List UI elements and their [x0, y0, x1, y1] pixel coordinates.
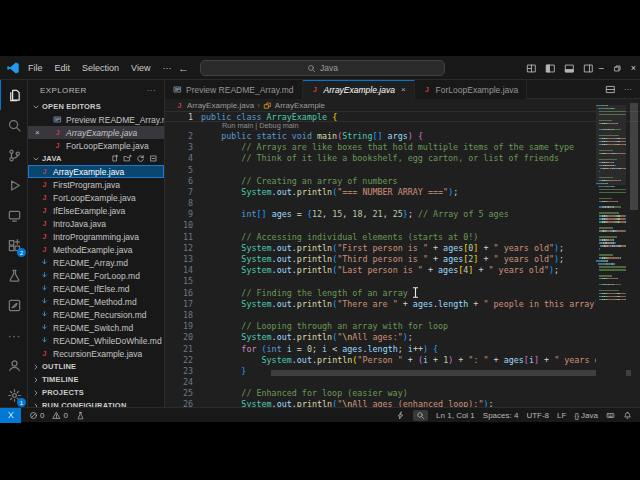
file-item[interactable]: README_Method.md: [28, 295, 164, 308]
menu-file[interactable]: File: [22, 60, 49, 76]
close-icon[interactable]: ×: [631, 63, 636, 73]
explorer-more-icon[interactable]: ···: [147, 86, 156, 95]
open-editors-header[interactable]: OPEN EDITORS: [28, 100, 164, 113]
line-text: // Looping through an array with for loo…: [201, 321, 448, 332]
file-item[interactable]: JRecursionExample.java: [28, 347, 164, 360]
explorer-header: EXPLORER ···: [28, 80, 164, 100]
file-item[interactable]: JIntroProgramming.java: [28, 230, 164, 243]
file-item[interactable]: README_Switch.md: [28, 321, 164, 334]
activity-testing-icon[interactable]: [0, 260, 28, 290]
chevron-right-icon: [32, 363, 40, 371]
activity-search-icon[interactable]: [0, 110, 28, 140]
menu-edit[interactable]: Edit: [49, 60, 77, 76]
toggle-panel-icon[interactable]: [564, 63, 575, 74]
section-outline-label: OUTLINE: [42, 362, 76, 371]
status-ln-1-col-1[interactable]: Ln 1, Col 1: [436, 411, 475, 420]
activity-files-icon[interactable]: [0, 80, 28, 110]
toggle-sidebar-icon[interactable]: [545, 63, 556, 74]
file-item[interactable]: README_ForLoop.md: [28, 269, 164, 282]
toggle-secondary-sidebar-icon[interactable]: [583, 63, 594, 74]
restore-icon[interactable]: [613, 64, 622, 73]
markdown-file-icon: [40, 258, 49, 267]
file-item[interactable]: README_Array.md: [28, 256, 164, 269]
file-item[interactable]: README_IfElse.md: [28, 282, 164, 295]
status-errors-icon[interactable]: 0: [29, 411, 44, 420]
lightning-icon: [396, 411, 405, 420]
status-bell-icon[interactable]: [623, 411, 632, 420]
open-editor-item[interactable]: ×JArrayExample.java: [28, 126, 164, 139]
remote-indicator[interactable]: [0, 408, 21, 423]
activity-source-control-icon[interactable]: [0, 140, 28, 170]
horizontal-scrollbar[interactable]: [201, 370, 594, 376]
status-braces-icon[interactable]: {}Java: [574, 411, 598, 420]
line-number: 5: [165, 165, 193, 176]
collapse-all-icon[interactable]: [149, 154, 158, 163]
customize-layout-icon[interactable]: [526, 63, 537, 74]
search-value: Java: [320, 63, 338, 73]
line-number: 8: [165, 198, 193, 209]
minimize-icon[interactable]: –: [599, 63, 604, 73]
file-item[interactable]: README_WhileDoWhile.md: [28, 334, 164, 347]
tab-close-icon[interactable]: ×: [401, 85, 406, 94]
tab-forloopexample-java[interactable]: JForLoopExample.java: [415, 80, 528, 99]
menu-view[interactable]: View: [125, 60, 156, 76]
menu-selection[interactable]: Selection: [76, 60, 125, 76]
activity-run-debug-icon[interactable]: [0, 170, 28, 200]
status-utf-8[interactable]: UTF-8: [526, 411, 549, 420]
split-editor-icon[interactable]: [605, 84, 616, 95]
line-number: 25: [165, 388, 193, 399]
activity-account-icon[interactable]: [0, 350, 28, 380]
tab-preview-readme-array-md[interactable]: Preview README_Array.md: [165, 80, 303, 99]
folder-java-header[interactable]: JAVA: [28, 152, 164, 165]
line-number: 21: [165, 344, 193, 355]
section-run-configuration[interactable]: RUN CONFIGURATION: [28, 399, 164, 407]
code-lens-link[interactable]: Debug main: [259, 121, 298, 130]
section-timeline[interactable]: TIMELINE: [28, 373, 164, 386]
activity-remote-explorer-icon[interactable]: [0, 200, 28, 230]
status-magnifier-icon[interactable]: [413, 410, 428, 421]
more-icon[interactable]: ···: [624, 85, 632, 94]
section-outline[interactable]: OUTLINE: [28, 360, 164, 373]
breadcrumb: JArrayExample.java›ArrayExample: [165, 99, 640, 111]
status-lightning-icon[interactable]: [396, 411, 405, 420]
command-center-search[interactable]: Java: [200, 60, 445, 76]
open-editor-item[interactable]: Preview README_Array.md: [28, 113, 164, 126]
file-item[interactable]: JForLoopExample.java: [28, 191, 164, 204]
status-text: Java: [581, 411, 598, 420]
status-beaker-icon[interactable]: [76, 411, 85, 420]
file-item[interactable]: README_Recursion.md: [28, 308, 164, 321]
activity-extensions-icon[interactable]: 2: [0, 230, 28, 260]
java-file-icon: J: [311, 86, 320, 93]
code-lens-link[interactable]: Run main: [222, 121, 253, 130]
status-text: Ln 1, Col 1: [436, 411, 475, 420]
close-icon[interactable]: ×: [35, 128, 40, 137]
file-item[interactable]: JArrayExample.java: [28, 165, 164, 178]
line-text: for (int i = 0; i < ages.length; i++) {: [201, 344, 438, 355]
file-item[interactable]: JIntroJava.java: [28, 217, 164, 230]
status-warnings-icon[interactable]: 0: [52, 411, 67, 420]
chevron-down-icon: [32, 155, 40, 163]
file-item[interactable]: JMethodExample.java: [28, 243, 164, 256]
breadcrumb-item[interactable]: JArrayExample.java: [175, 101, 254, 110]
line-number: 22: [165, 355, 193, 366]
status-spaces-4[interactable]: Spaces: 4: [483, 411, 519, 420]
activity-custom-extension-icon[interactable]: [0, 290, 28, 320]
open-editor-item[interactable]: JForLoopExample.java: [28, 139, 164, 152]
back-icon[interactable]: ←: [178, 62, 189, 74]
file-name: IfElseExample.java: [53, 206, 125, 216]
status-keyboard-icon[interactable]: [606, 411, 615, 420]
tab-arrayexample-java[interactable]: JArrayExample.java×: [303, 80, 415, 99]
new-folder-icon[interactable]: [123, 154, 132, 163]
menu-[interactable]: ···: [156, 60, 177, 76]
activity-settings-gear-icon[interactable]: 1: [0, 380, 28, 410]
status-lf[interactable]: LF: [557, 411, 566, 420]
file-item[interactable]: JFirstProgram.java: [28, 178, 164, 191]
vertical-scrollbar[interactable]: [630, 103, 638, 398]
file-item[interactable]: JIfElseExample.java: [28, 204, 164, 217]
activity-more-icon[interactable]: ···: [0, 320, 28, 350]
new-file-icon[interactable]: [110, 154, 119, 163]
section-projects[interactable]: PROJECTS: [28, 386, 164, 399]
minimap-viewport[interactable]: [596, 105, 626, 185]
breadcrumb-item[interactable]: ArrayExample: [263, 101, 325, 110]
refresh-icon[interactable]: [136, 154, 145, 163]
